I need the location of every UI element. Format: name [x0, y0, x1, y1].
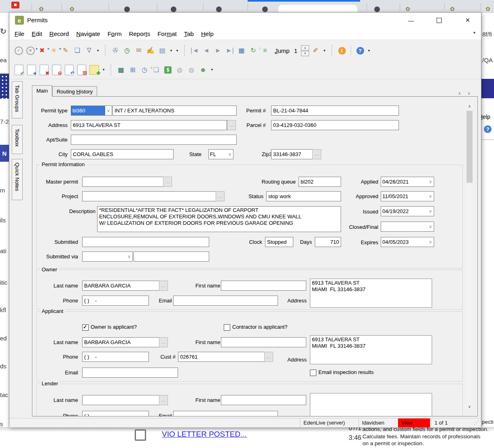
delete-record-icon[interactable]: ▸✖ [37, 45, 47, 56]
refresh-record-icon[interactable]: ↻ [248, 45, 259, 56]
close-button[interactable]: ✕ [462, 14, 474, 26]
menu-file[interactable]: File [11, 28, 28, 40]
web-two-icon[interactable]: ◍ [186, 65, 197, 75]
print-icon[interactable]: ▤ [157, 45, 167, 56]
applicant-address-box[interactable]: 6913 TALAVERA ST MIAMI FL 33146-3837 [310, 335, 432, 364]
cust-lookup-button[interactable]: … [264, 352, 273, 362]
applicant-phone-field[interactable]: ( ) - [82, 352, 149, 362]
tab-scroll-right-icon[interactable]: › [465, 89, 473, 96]
spinner-down-icon[interactable]: ▼ [301, 51, 309, 56]
scrollbar-thumb[interactable] [466, 111, 473, 183]
calculator-icon[interactable]: ⊞ [127, 65, 138, 75]
master-permit-field[interactable] [82, 177, 164, 187]
more-dropdown-icon[interactable]: ▾ [101, 65, 106, 75]
window-titlebar[interactable]: e Permits — ✕ [9, 13, 481, 28]
zip-field[interactable]: 33146-3837 [271, 149, 313, 159]
row-checkbox[interactable] [135, 429, 146, 441]
owner-first-name-field[interactable] [221, 281, 306, 291]
scroll-down-icon[interactable]: ∨ [466, 403, 473, 410]
menu-help[interactable]: Help [197, 28, 217, 40]
tab-routing-history[interactable]: Routing History [52, 86, 97, 96]
submitted-field[interactable] [82, 237, 209, 247]
reject-step-icon[interactable]: ✖ [40, 65, 49, 75]
filter-icon[interactable]: ∇ [84, 45, 94, 56]
cancel-record-icon[interactable]: ✖ [25, 45, 36, 56]
applicant-first-name-field[interactable] [221, 337, 306, 347]
vio-letter-link[interactable]: VIO LETTER POSTED... [162, 430, 247, 439]
contractor-is-applicant-checkbox[interactable] [224, 324, 230, 331]
browser-active-tab[interactable] [278, 5, 357, 12]
alerts-icon[interactable]: ! [337, 45, 347, 56]
spinner-up-icon[interactable]: ▲ [301, 45, 309, 51]
routing-queue-field[interactable]: bl202 [299, 177, 341, 187]
time-icon[interactable]: ◷ [139, 65, 150, 75]
approved-date-select[interactable]: 11/05/2021∨ [381, 191, 434, 201]
first-record-icon[interactable]: |◄ [189, 45, 200, 56]
email-inspection-results-checkbox[interactable] [310, 370, 316, 376]
parcel-number-field[interactable]: 03-4129-032-0360 [271, 120, 399, 130]
applied-date-select[interactable]: 04/26/2021∨ [381, 177, 434, 187]
copy-permit-icon[interactable]: ✦❏ [151, 65, 161, 75]
menu-form[interactable]: Form [104, 28, 125, 40]
lender-address-box[interactable] [310, 393, 432, 416]
undo-step-icon[interactable]: ↶ [65, 65, 74, 75]
form-scrollbar[interactable]: ∧ ∨ [466, 103, 473, 410]
menu-reports[interactable]: Reports [125, 28, 154, 40]
background-help-icon[interactable]: ? [484, 125, 492, 133]
lender-first-name-field[interactable] [221, 395, 306, 405]
web-one-icon[interactable]: ◍ [174, 65, 185, 75]
tab-scroll-left-icon[interactable]: ‹ [456, 89, 464, 96]
approve-step-icon[interactable]: ✔ [15, 65, 23, 75]
jump-value-field[interactable]: 1 [294, 47, 297, 54]
owner-email-field[interactable] [173, 296, 278, 306]
map-icon[interactable]: ▩ [116, 65, 126, 75]
address-lookup-button[interactable]: … [227, 120, 236, 130]
scroll-up-icon[interactable]: ∧ [466, 103, 473, 110]
fees-icon[interactable]: $ [163, 65, 173, 75]
void-doc-icon[interactable]: ☒ [77, 65, 86, 75]
permit-number-field[interactable]: BL-21-04-7844 [271, 106, 399, 116]
owner-phone-field[interactable]: ( ) - [82, 296, 149, 306]
closed-final-date-select[interactable]: ∨ [381, 222, 434, 232]
master-permit-lookup-button[interactable]: … [163, 177, 172, 187]
description-textarea[interactable]: *RESIDENTIAL*AFTER THE FACT* LEGALIZATIO… [97, 206, 341, 232]
more-dropdown-icon[interactable]: ▾ [322, 45, 327, 56]
attachments-icon[interactable]: ✇ [110, 45, 121, 56]
side-tab-toolbox[interactable]: Toolbox [12, 125, 23, 154]
add-record-icon[interactable]: ▸✳ [49, 45, 59, 56]
edit-note-icon[interactable]: ✍ [145, 45, 156, 56]
owner-address-box[interactable]: 6913 TALAVERA ST MIAMI FL 33146-3837 [310, 279, 432, 308]
city-field[interactable]: CORAL GABLES [71, 149, 174, 159]
stop-work-icon[interactable]: ⊖ [52, 65, 61, 75]
owner-lookup-button[interactable]: … [159, 281, 168, 291]
inspector-icon[interactable]: ☻ [198, 65, 208, 75]
more-dropdown-icon[interactable]: ▾ [95, 45, 100, 56]
permit-type-select[interactable]: bl360∨ [71, 106, 112, 116]
menu-record[interactable]: Record [46, 28, 72, 40]
state-select[interactable]: FL∨ [208, 149, 233, 159]
help-dropdown-icon[interactable]: ▾ [367, 45, 371, 56]
lender-email-field[interactable] [173, 411, 278, 416]
menu-overflow-icon[interactable]: ▾ [473, 30, 475, 35]
menu-navigate[interactable]: Navigate [72, 28, 104, 40]
print-dropdown-icon[interactable]: ▾ [169, 45, 174, 56]
zip-lookup-button[interactable]: … [312, 149, 321, 159]
jump-spinner[interactable]: ▲▼ [301, 45, 309, 56]
next-record-icon[interactable]: ► [213, 45, 223, 56]
side-tab-tab-groups[interactable]: Tab Groups [12, 81, 23, 118]
more-dropdown-icon[interactable]: ▾ [175, 45, 180, 56]
menu-format[interactable]: Format [154, 28, 180, 40]
side-tab-quick-notes[interactable]: Quick Notes [12, 159, 23, 200]
sort-icon[interactable]: ↑≡ [260, 45, 270, 56]
grid-view-icon[interactable]: ▦ [236, 45, 247, 56]
submitted-via-field[interactable] [134, 251, 209, 262]
lender-phone-field[interactable]: ( ) [82, 411, 149, 416]
vio-letter-link-text[interactable]: VIO LETTER POSTED [162, 430, 240, 438]
address-field[interactable]: 6913 TALAVERA ST [71, 120, 227, 130]
mail-icon[interactable]: ✉ [134, 45, 144, 56]
issued-date-select[interactable]: 04/19/2022∨ [381, 206, 434, 216]
tab-main[interactable]: Main [32, 85, 52, 97]
applicant-last-name-field[interactable]: BARBARA GARCIA [82, 337, 160, 347]
expires-date-select[interactable]: 04/05/2023∨ [381, 237, 434, 247]
previous-record-icon[interactable]: ◄ [201, 45, 212, 56]
